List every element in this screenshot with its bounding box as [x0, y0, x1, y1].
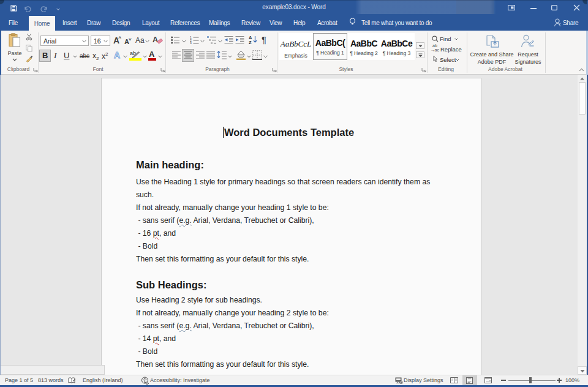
svg-text:Z: Z [249, 40, 252, 44]
svg-text:3: 3 [190, 41, 192, 44]
